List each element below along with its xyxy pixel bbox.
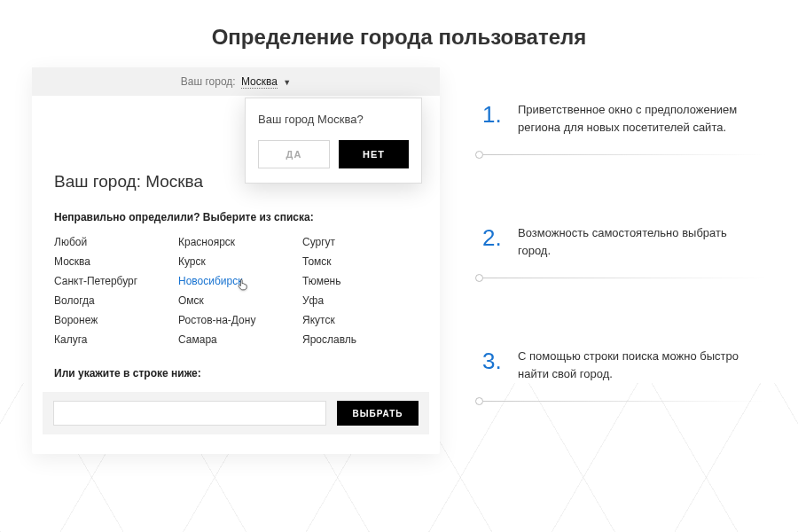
city-option[interactable]: Ростов-на-Дону — [178, 314, 293, 326]
city-option[interactable]: Уфа — [302, 294, 418, 307]
city-confirm-popover: Ваш город Москва? Да Нет — [245, 98, 422, 184]
step-dot-icon — [475, 397, 483, 405]
confirm-no-button[interactable]: Нет — [339, 140, 409, 168]
city-option[interactable]: Новосибирск — [178, 275, 293, 287]
pick-from-list-label: Неправильно определили? Выберите из спис… — [54, 211, 418, 223]
pointer-cursor-icon — [237, 277, 249, 293]
city-option[interactable]: Калуга — [54, 333, 169, 346]
step-dot-icon — [475, 274, 483, 282]
city-search-input[interactable] — [53, 401, 326, 426]
search-prompt-label: Или укажите в строке ниже: — [54, 367, 418, 379]
step-divider — [479, 278, 766, 278]
topbar-current-city[interactable]: Москва — [241, 75, 278, 89]
city-option[interactable]: Курск — [178, 255, 293, 268]
step-number: 2. — [482, 224, 518, 252]
step-text: Приветственное окно с предположением рег… — [518, 101, 748, 136]
city-option[interactable]: Вологда — [54, 294, 169, 307]
city-option[interactable]: Ярославль — [302, 333, 418, 346]
city-panel: Ваш город: Москва ▼ Ваш город Москва? Да… — [32, 67, 440, 454]
city-option[interactable]: Якутск — [302, 314, 418, 326]
feature-step: 3.С помощью строки поиска можно быстро н… — [482, 348, 766, 382]
city-list: ЛюбойКрасноярскСургутМоскваКурскТомскСан… — [54, 236, 418, 346]
popover-question: Ваш город Москва? — [258, 113, 409, 126]
city-option[interactable]: Омск — [178, 294, 293, 307]
topbar: Ваш город: Москва ▼ — [32, 67, 440, 96]
feature-steps: 1.Приветственное окно с предположением р… — [482, 67, 766, 454]
city-option[interactable]: Тюмень — [302, 275, 418, 287]
city-option[interactable]: Москва — [54, 255, 169, 268]
feature-step: 1.Приветственное окно с предположением р… — [482, 101, 766, 136]
city-option[interactable]: Сургут — [302, 236, 418, 248]
city-option[interactable]: Красноярск — [178, 236, 293, 248]
step-text: С помощью строки поиска можно быстро най… — [518, 348, 748, 382]
step-divider — [479, 154, 766, 155]
city-option[interactable]: Воронеж — [54, 314, 169, 326]
city-option[interactable]: Самара — [178, 333, 293, 346]
page-title: Определение города пользователя — [0, 0, 798, 67]
city-search-bar: Выбрать — [43, 392, 429, 434]
city-option[interactable]: Томск — [302, 255, 418, 268]
step-dot-icon — [475, 151, 483, 159]
step-number: 1. — [482, 101, 518, 129]
step-text: Возможность самостоятельно выбрать город… — [518, 224, 748, 259]
step-divider — [479, 401, 766, 402]
step-number: 3. — [482, 348, 518, 375]
city-option[interactable]: Любой — [54, 236, 169, 248]
choose-button[interactable]: Выбрать — [337, 401, 419, 426]
chevron-down-icon: ▼ — [283, 78, 291, 87]
confirm-yes-button[interactable]: Да — [258, 140, 330, 168]
city-option[interactable]: Санкт-Петербург — [54, 275, 169, 287]
feature-step: 2.Возможность самостоятельно выбрать гор… — [482, 224, 766, 259]
topbar-label: Ваш город: — [181, 75, 236, 88]
